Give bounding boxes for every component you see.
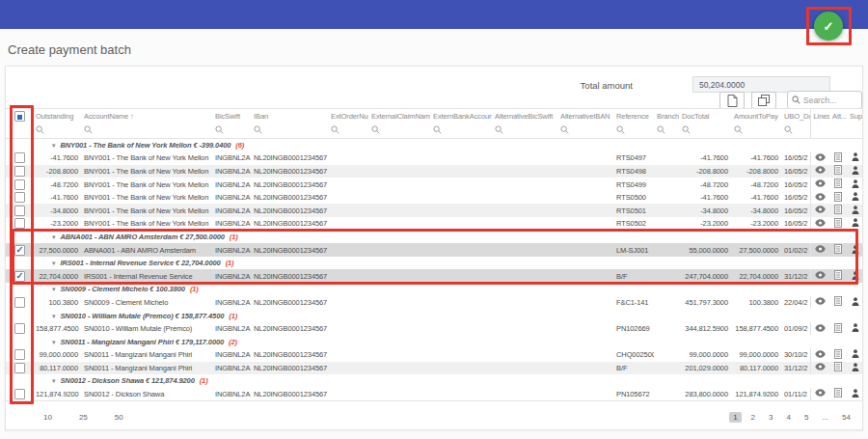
attachment-icon[interactable]: [834, 323, 842, 333]
filter-cell-branch[interactable]: [654, 124, 679, 139]
table-row[interactable]: 158,877.4500SN0010 - William Mutale (Pre…: [6, 322, 863, 336]
filter-search-icon[interactable]: [84, 125, 93, 134]
page-2[interactable]: 2: [747, 412, 759, 423]
filter-cell-extclaim[interactable]: [368, 124, 430, 139]
supplier-icon[interactable]: [852, 349, 859, 358]
page-1[interactable]: 1: [729, 412, 741, 423]
filter-search-icon[interactable]: [433, 125, 442, 134]
filter-search-icon[interactable]: [560, 125, 569, 134]
row-checkbox[interactable]: [14, 206, 25, 216]
filter-search-icon[interactable]: [784, 125, 793, 134]
filter-cell-reference[interactable]: [613, 124, 654, 139]
column-header-account[interactable]: AccountName ↑: [81, 109, 212, 124]
supplier-icon[interactable]: [852, 245, 859, 254]
collapse-arrow-icon[interactable]: ▾: [52, 313, 55, 319]
filter-search-icon[interactable]: [657, 125, 665, 134]
row-checkbox[interactable]: [14, 166, 25, 177]
attachment-icon[interactable]: [834, 192, 842, 202]
filter-cell-bic[interactable]: [212, 124, 251, 139]
row-checkbox[interactable]: [14, 349, 25, 360]
column-header-amount[interactable]: AmountToPay: [731, 109, 781, 124]
collapse-arrow-icon[interactable]: ▾: [52, 377, 55, 384]
attachment-icon[interactable]: [834, 270, 842, 280]
row-checkbox[interactable]: [14, 389, 25, 399]
page-size-25[interactable]: 25: [76, 412, 91, 423]
attachment-icon[interactable]: [834, 388, 842, 398]
row-checkbox[interactable]: [14, 179, 25, 190]
supplier-icon[interactable]: [852, 166, 859, 175]
column-header-altbic[interactable]: AlternativeBicSwift: [492, 109, 557, 124]
view-lines-icon[interactable]: [815, 219, 826, 227]
filter-cell-account[interactable]: [81, 124, 212, 139]
column-header-doctotal[interactable]: DocTotal: [679, 109, 731, 124]
attachment-icon[interactable]: [834, 152, 842, 162]
filter-cell-doctotal[interactable]: [679, 124, 731, 139]
view-lines-icon[interactable]: [815, 193, 826, 201]
attachment-icon[interactable]: [834, 218, 842, 228]
search-input[interactable]: [803, 96, 857, 105]
table-row[interactable]: -41.7600BNY001 - The Bank of New York Me…: [6, 191, 863, 205]
view-lines-icon[interactable]: [815, 245, 826, 253]
attachment-icon[interactable]: [834, 244, 842, 254]
view-lines-icon[interactable]: [815, 297, 826, 305]
collapse-arrow-icon[interactable]: ▾: [52, 260, 55, 266]
view-lines-icon[interactable]: [815, 271, 826, 279]
view-lines-icon[interactable]: [815, 350, 826, 358]
filter-cell-altiban[interactable]: [557, 124, 613, 139]
view-lines-icon[interactable]: [815, 363, 826, 370]
table-row[interactable]: -48.7200BNY001 - The Bank of New York Me…: [6, 178, 863, 191]
filter-search-icon[interactable]: [254, 125, 262, 134]
filter-cell-ubo[interactable]: [781, 124, 810, 139]
column-header-altiban[interactable]: AlternativeIBAN: [557, 109, 613, 124]
view-lines-icon[interactable]: [815, 206, 826, 213]
filter-search-icon[interactable]: [682, 125, 691, 134]
page-3[interactable]: 3: [765, 412, 776, 423]
attachment-icon[interactable]: [834, 349, 842, 359]
table-row[interactable]: 22,704.0000IRS001 - Internal Revenue Ser…: [6, 269, 863, 283]
page-5[interactable]: 5: [800, 412, 812, 423]
table-row[interactable]: -208.8000BNY001 - The Bank of New York M…: [6, 165, 863, 178]
collapse-arrow-icon[interactable]: ▾: [52, 286, 55, 292]
table-row[interactable]: 80,117.0000SN0011 - Mangizani Mangani Ph…: [6, 362, 863, 375]
row-checkbox[interactable]: [14, 152, 25, 163]
filter-cell-amount[interactable]: [731, 124, 781, 139]
row-checkbox[interactable]: [14, 323, 25, 334]
row-checkbox[interactable]: [14, 192, 25, 203]
column-header-extclaim[interactable]: ExternalClaimName: [368, 109, 430, 124]
filter-cell-extbank[interactable]: [430, 124, 492, 139]
filter-search-icon[interactable]: [371, 125, 380, 134]
filter-cell-outstanding[interactable]: [33, 124, 81, 139]
select-all-checkbox[interactable]: [14, 111, 25, 122]
supplier-icon[interactable]: [852, 363, 859, 371]
filter-search-icon[interactable]: [215, 125, 224, 134]
column-header-bic[interactable]: BicSwift: [212, 109, 251, 124]
column-header-extbank[interactable]: ExternBankAccount: [430, 109, 492, 124]
view-lines-icon[interactable]: [815, 153, 826, 161]
filter-search-icon[interactable]: [616, 125, 625, 134]
view-lines-icon[interactable]: [815, 324, 826, 332]
column-header-sup[interactable]: Sup...: [847, 109, 863, 124]
supplier-icon[interactable]: [852, 206, 859, 214]
supplier-icon[interactable]: [852, 179, 859, 188]
collapse-arrow-icon[interactable]: ▾: [52, 233, 55, 240]
collapse-arrow-icon[interactable]: ▾: [52, 142, 55, 149]
table-row[interactable]: 27,500.0000ABNA001 - ABN AMRO AmsterdamI…: [6, 243, 863, 257]
page-4[interactable]: 4: [783, 412, 795, 423]
supplier-icon[interactable]: [852, 297, 859, 306]
row-checkbox[interactable]: [14, 363, 25, 373]
filter-search-icon[interactable]: [495, 125, 503, 134]
filter-search-icon[interactable]: [331, 125, 339, 134]
supplier-icon[interactable]: [852, 218, 859, 227]
column-header-iban[interactable]: IBan: [251, 109, 328, 124]
row-checkbox[interactable]: [14, 245, 25, 256]
export-button[interactable]: [719, 92, 745, 109]
supplier-icon[interactable]: [852, 323, 859, 332]
view-lines-icon[interactable]: [815, 179, 826, 187]
row-checkbox[interactable]: [14, 271, 25, 282]
attachment-icon[interactable]: [834, 296, 842, 306]
view-lines-icon[interactable]: [815, 389, 826, 397]
filter-cell-altbic[interactable]: [492, 124, 557, 139]
page-size-10[interactable]: 10: [41, 412, 55, 423]
table-row[interactable]: 100.3800SN0009 - Clement MicheloINGBNL2A…: [6, 296, 863, 310]
attachment-icon[interactable]: [834, 165, 842, 175]
